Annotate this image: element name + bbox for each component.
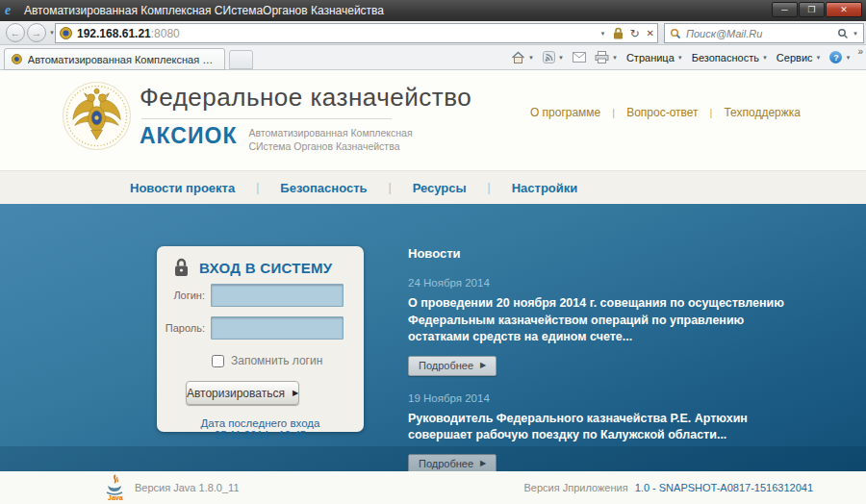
header-link-support[interactable]: Техподдержка (724, 106, 801, 119)
address-bar-row: ← → ▼ 192.168.61.21 :8080 ▼ ↻ ✕ (0, 21, 866, 45)
home-button[interactable]: ▼ (509, 49, 536, 65)
brand-subtitle: Автоматизированная Комплексная СИстема О… (248, 125, 412, 153)
nav-item-settings[interactable]: Настройки (512, 181, 578, 195)
news-more-label: Подробнее (419, 458, 473, 469)
app-version-label: Версия Jприложения (524, 482, 628, 493)
page-dropdown-icon: ▼ (677, 55, 683, 61)
news-item-date: 19 Ноября 2014 (408, 392, 793, 404)
title-bar: e Автоматизированная Комплексная СИстема… (0, 0, 866, 21)
stop-icon[interactable]: ✕ (647, 28, 654, 38)
rss-icon (543, 51, 555, 63)
tools-dropdown-icon: ▼ (816, 55, 822, 61)
page-footer: Java Версия Java 1.8.0_11 Версия Jприлож… (0, 471, 866, 504)
maximize-button[interactable]: ❐ (799, 2, 825, 17)
security-dropdown-icon: ▼ (762, 55, 768, 61)
tab-favicon (12, 53, 22, 65)
back-button[interactable]: ← (6, 23, 25, 42)
security-lock-icon[interactable] (613, 27, 624, 39)
nav-separator: | (488, 181, 491, 194)
news-more-label: Подробнее (419, 360, 473, 371)
refresh-icon[interactable]: ↻ (630, 27, 640, 40)
java-version: Версия Java 1.8.0_11 (135, 482, 240, 493)
minimize-button[interactable]: ─ (772, 2, 798, 17)
main-nav: Новости проекта | Безопасность | Ресурсы… (0, 170, 866, 204)
forward-button[interactable]: → (27, 23, 46, 42)
password-label: Пароль: (157, 322, 205, 334)
home-dropdown-icon[interactable]: ▼ (528, 55, 534, 61)
print-button[interactable]: ▼ (593, 49, 620, 65)
browser-window: e Автоматизированная Комплексная СИстема… (0, 0, 866, 504)
news-more-button[interactable]: Подробнее ▶ (408, 356, 497, 376)
tab-row: Автоматизированная Комплексная СИстема..… (0, 45, 866, 70)
news-more-arrow-icon: ▶ (480, 361, 486, 369)
address-field[interactable]: 192.168.61.21 :8080 ▼ ↻ ✕ (55, 23, 658, 43)
security-menu[interactable]: Безопасность ▼ (690, 50, 770, 65)
news-item-title: О проведении 20 ноября 2014 г. совещания… (408, 295, 791, 346)
brand-acronym: АКСИОК (140, 125, 237, 147)
help-menu[interactable]: ? ▼ (828, 49, 853, 65)
last-login-time: 12.45 (278, 429, 306, 441)
login-input[interactable] (211, 284, 344, 307)
brand-divider (141, 118, 392, 119)
ie-icon: e (5, 4, 19, 18)
main-content: ВХОД В СИСТЕМУ Логин: Пароль: Запомнить … (0, 204, 866, 471)
site-header: Федеральное казначейство АКСИОК Автомати… (0, 70, 866, 170)
treasury-emblem-icon (62, 81, 132, 151)
mail-icon (573, 52, 586, 63)
help-dropdown-icon: ▼ (845, 55, 851, 61)
nav-item-resources[interactable]: Ресурсы (413, 181, 467, 195)
svg-text:Java: Java (108, 494, 123, 501)
authorize-arrow-icon: ▶ (293, 389, 298, 397)
java-logo-icon: Java (104, 474, 125, 500)
login-label: Логин: (157, 290, 205, 301)
last-login-info: Дата последнего входа 25.11.201412.45 (157, 417, 364, 441)
remember-login-label[interactable]: Запомнить логин (231, 354, 322, 367)
tools-menu[interactable]: Сервис ▼ (775, 50, 824, 65)
tab-aksiok[interactable]: Автоматизированная Комплексная СИстема..… (4, 48, 225, 70)
overflow-chevron-icon[interactable]: » (857, 46, 863, 57)
authorize-button[interactable]: Авторизироваться ▶ (186, 381, 299, 405)
news-item-date: 24 Ноября 2014 (408, 277, 793, 289)
header-links: О программе | Вопрос-ответ | Техподдержк… (530, 106, 801, 119)
login-lock-icon (173, 258, 190, 277)
news-more-arrow-icon: ▶ (480, 459, 486, 467)
search-box[interactable]: Поиск@Mail.Ru ▼ (664, 23, 864, 43)
brand-subtitle-line1: Автоматизированная Комплексная (248, 127, 412, 139)
header-link-separator: | (612, 107, 615, 118)
news-item: 19 Ноября 2014 Руководитель Федерального… (408, 392, 793, 474)
search-provider-dropdown-icon[interactable]: ▼ (853, 31, 858, 37)
app-version: Версия Jприложения 1.0 - SNAPSHOT-A0817-… (524, 482, 813, 493)
search-go-icon[interactable] (837, 28, 849, 39)
page-menu-label: Страница (626, 52, 675, 63)
news-section: Новости 24 Ноября 2014 О проведении 20 н… (408, 246, 793, 474)
feeds-button[interactable]: ▼ (541, 49, 566, 65)
search-placeholder: Поиск@Mail.Ru (686, 28, 762, 39)
brand-subtitle-line2: СИстема Органов Казначейства (248, 140, 399, 152)
close-button[interactable]: ✕ (826, 2, 862, 17)
brand-block: Федеральное казначейство АКСИОК Автомати… (140, 83, 471, 153)
read-mail-button[interactable] (571, 50, 588, 64)
page-menu[interactable]: Страница ▼ (624, 50, 685, 65)
header-link-faq[interactable]: Вопрос-ответ (626, 106, 698, 119)
feeds-dropdown-icon[interactable]: ▼ (558, 55, 564, 61)
news-item-title: Руководитель Федерального казначейства Р… (408, 411, 791, 444)
site-favicon (60, 27, 72, 39)
command-bar: ▼ ▼ (509, 45, 863, 69)
header-link-separator: | (710, 107, 713, 118)
nav-item-news[interactable]: Новости проекта (130, 181, 235, 195)
url-host: 192.168.61.21 (77, 27, 151, 40)
login-panel: ВХОД В СИСТЕМУ Логин: Пароль: Запомнить … (157, 246, 364, 432)
tab-title: Автоматизированная Комплексная СИстема..… (28, 54, 217, 65)
url-port: :8080 (151, 27, 180, 40)
tools-menu-label: Сервис (777, 52, 813, 63)
new-tab-button[interactable] (229, 50, 253, 69)
brand-title: Федеральное казначейство (140, 83, 471, 113)
password-input[interactable] (211, 316, 344, 340)
window-title: Автоматизированная Комплексная СИстемаОр… (24, 4, 384, 17)
remember-login-checkbox[interactable] (212, 355, 224, 367)
print-dropdown-icon[interactable]: ▼ (612, 55, 618, 61)
header-link-about[interactable]: О программе (530, 106, 600, 119)
autocomplete-dropdown-icon[interactable]: ▼ (600, 31, 606, 37)
app-version-value[interactable]: 1.0 - SNAPSHOT-A0817-1516312041 (635, 482, 813, 493)
nav-item-security[interactable]: Безопасность (280, 181, 367, 195)
